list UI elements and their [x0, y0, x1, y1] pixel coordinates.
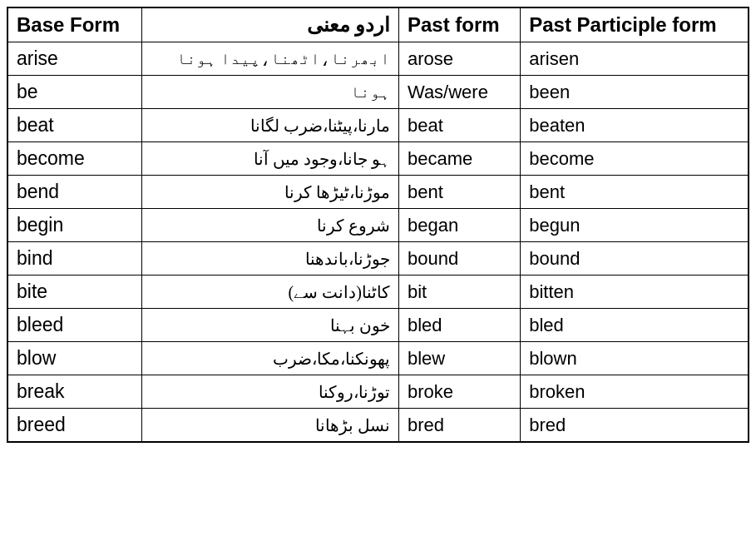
cell-base-form: blow: [7, 342, 142, 375]
cell-past-participle: bound: [521, 242, 749, 276]
cell-past-participle: been: [521, 76, 749, 109]
cell-past-participle: bent: [521, 176, 749, 209]
cell-base-form: beat: [7, 109, 142, 142]
table-row: bleedخون بہناbledbled: [7, 309, 749, 342]
cell-base-form: arise: [7, 42, 142, 76]
cell-urdu: موڑنا،ٹیڑھا کرنا: [142, 176, 399, 209]
table-row: breakتوڑنا،روکناbrokebroken: [7, 375, 749, 409]
cell-past-form: became: [398, 142, 520, 176]
cell-urdu: خون بہنا: [142, 309, 399, 342]
cell-past-form: arose: [398, 42, 520, 76]
cell-past-form: bled: [398, 309, 520, 342]
cell-past-participle: blown: [521, 342, 749, 375]
cell-past-form: began: [398, 209, 520, 242]
cell-past-form: Was/were: [398, 76, 520, 109]
cell-past-form: beat: [398, 109, 520, 142]
header-base-form: Base Form: [7, 7, 142, 42]
cell-urdu: شروع کرنا: [142, 209, 399, 242]
cell-urdu: مارنا،پیٹنا،ضرب لگانا: [142, 109, 399, 142]
cell-urdu: ہو جانا،وجود میں آنا: [142, 142, 399, 176]
cell-urdu: جوڑنا،باندھنا: [142, 242, 399, 276]
table-row: beginشروع کرناbeganbegun: [7, 209, 749, 242]
header-past-form: Past form: [398, 7, 520, 42]
cell-urdu: نسل بڑھانا: [142, 409, 399, 443]
table-row: bendموڑنا،ٹیڑھا کرناbentbent: [7, 176, 749, 209]
table-row: breedنسل بڑھاناbredbred: [7, 409, 749, 443]
cell-base-form: become: [7, 142, 142, 176]
cell-past-form: bent: [398, 176, 520, 209]
cell-past-participle: arisen: [521, 42, 749, 76]
header-past-participle: Past Participle form: [521, 7, 749, 42]
cell-past-form: bit: [398, 276, 520, 309]
cell-past-participle: begun: [521, 209, 749, 242]
cell-base-form: break: [7, 375, 142, 409]
cell-urdu: پھونکنا،مکا،ضرب: [142, 342, 399, 375]
table-row: bindجوڑنا،باندھناboundbound: [7, 242, 749, 276]
table-row: becomeہو جانا،وجود میں آناbecamebecome: [7, 142, 749, 176]
cell-past-form: bred: [398, 409, 520, 443]
verb-forms-table: Base Form اردو معنی Past form Past Parti…: [7, 7, 749, 443]
cell-urdu: ہونا: [142, 76, 399, 109]
cell-past-form: blew: [398, 342, 520, 375]
cell-base-form: bleed: [7, 309, 142, 342]
cell-past-form: broke: [398, 375, 520, 409]
table-row: biteکاٹنا(دانت سے)bitbitten: [7, 276, 749, 309]
cell-base-form: be: [7, 76, 142, 109]
table-row: blowپھونکنا،مکا،ضربblewblown: [7, 342, 749, 375]
cell-base-form: bend: [7, 176, 142, 209]
cell-base-form: bind: [7, 242, 142, 276]
cell-urdu: ابھرنا،اٹھنا،پیدا ہونا: [142, 42, 399, 76]
cell-base-form: breed: [7, 409, 142, 443]
cell-past-participle: bred: [521, 409, 749, 443]
table-row: beہوناWas/werebeen: [7, 76, 749, 109]
cell-base-form: begin: [7, 209, 142, 242]
cell-past-form: bound: [398, 242, 520, 276]
header-urdu: اردو معنی: [142, 7, 399, 42]
table-row: beatمارنا،پیٹنا،ضرب لگاناbeatbeaten: [7, 109, 749, 142]
cell-urdu: کاٹنا(دانت سے): [142, 276, 399, 309]
table-row: ariseابھرنا،اٹھنا،پیدا ہوناarosearisen: [7, 42, 749, 76]
cell-past-participle: bled: [521, 309, 749, 342]
cell-urdu: توڑنا،روکنا: [142, 375, 399, 409]
cell-past-participle: become: [521, 142, 749, 176]
cell-past-participle: broken: [521, 375, 749, 409]
cell-base-form: bite: [7, 276, 142, 309]
cell-past-participle: bitten: [521, 276, 749, 309]
cell-past-participle: beaten: [521, 109, 749, 142]
